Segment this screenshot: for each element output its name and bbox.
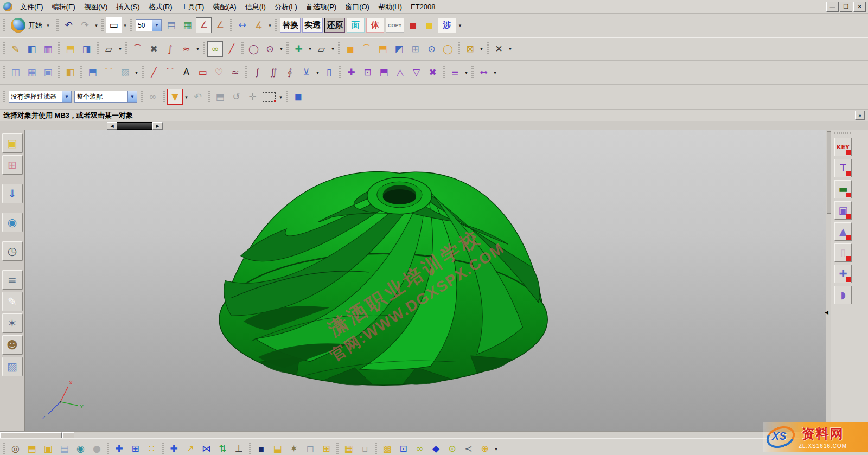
work-layer-combo-dropdown-button[interactable]: ▼ (152, 20, 161, 31)
bend-feature-icon[interactable]: ⌒ (359, 41, 374, 57)
layer-settings-icon[interactable]: ▤ (163, 17, 179, 33)
pan-scroll-thumb[interactable] (117, 122, 153, 130)
menu-file[interactable]: 文件(F) (16, 1, 48, 12)
sequence-steps-icon[interactable]: ▫ (357, 441, 373, 455)
menu-format[interactable]: 格式(R) (144, 1, 177, 12)
redo-icon[interactable]: ↷ (77, 17, 93, 33)
shape-boolean-icon[interactable]: ✚ (291, 41, 307, 57)
true-shading-button[interactable]: 实透 (302, 18, 323, 33)
menu-window[interactable]: 窗口(O) (341, 1, 374, 12)
red-cube-icon[interactable]: ◼ (405, 17, 421, 33)
resize-face-icon[interactable]: ▽ (409, 65, 424, 80)
menu-preferences[interactable]: 首选项(P) (302, 1, 341, 12)
text-curve-icon[interactable]: A (178, 65, 194, 80)
prompt-more-button[interactable]: » (855, 111, 865, 120)
pan-view-icon[interactable]: ✛ (245, 89, 260, 105)
rectangle-curve-icon[interactable]: ▭ (195, 65, 210, 80)
face-display-button[interactable]: 面 (347, 18, 365, 33)
clearance-check-icon[interactable]: ◻ (302, 441, 318, 455)
boss-feature-icon[interactable]: ⬒ (375, 41, 391, 57)
graphics-viewport[interactable]: XYZ 潇洒职业培训学校 官网:WWW.DGXSPX.COM (25, 130, 826, 431)
suppressed-component-icon[interactable]: ● (89, 441, 105, 455)
block-primitive-icon[interactable]: ◼ (342, 41, 358, 57)
pan-right-button[interactable]: ▶ (152, 122, 163, 130)
assembly-tools-icon[interactable]: ✶ (286, 441, 302, 455)
selection-scope-combo-dropdown-button[interactable]: ▼ (127, 91, 137, 102)
menu-information[interactable]: 信息(I) (241, 1, 270, 12)
offset-surface-icon[interactable]: ▨ (117, 65, 133, 80)
marquee-caret[interactable]: ▾ (278, 94, 284, 100)
move-component-icon[interactable]: ⇅ (215, 441, 231, 455)
body-display-button[interactable]: 体 (366, 18, 384, 33)
sketch-icon[interactable]: ✎ (8, 41, 23, 57)
snap-point-icon[interactable]: ▼ (167, 89, 183, 105)
dome-feature-icon[interactable]: ◯ (440, 41, 456, 57)
section-view-icon[interactable]: ◧ (24, 41, 40, 57)
she-macro-button[interactable]: 涉 (438, 18, 456, 33)
fillet-curve-icon[interactable]: ∫ (162, 41, 178, 57)
horizontal-scroll-button[interactable] (62, 432, 74, 438)
line-2pt-icon[interactable]: ╱ (224, 41, 239, 57)
dimension-xy-icon[interactable]: ✕ (491, 41, 507, 57)
cross-shaft-part[interactable]: ✚ (834, 265, 852, 283)
pocket-feature-icon[interactable]: ◩ (391, 41, 407, 57)
measure-body-caret[interactable]: ▾ (492, 70, 498, 75)
menu-assemblies[interactable]: 装配(A) (208, 1, 240, 12)
reposition-component-icon[interactable]: ↗ (182, 441, 198, 455)
assembly-caret[interactable]: ▾ (493, 446, 499, 452)
move-object-icon[interactable]: ✚ (343, 65, 359, 80)
tube-icon[interactable]: ▯ (321, 65, 337, 80)
resource-collapse-arrow[interactable]: ◀ (825, 309, 830, 316)
start-button[interactable]: 开始▾ (8, 17, 54, 33)
display-component-icon[interactable]: ▣ (40, 441, 56, 455)
roles-tab[interactable]: ☻ (2, 335, 23, 355)
datum-plane-icon[interactable]: ⬒ (62, 41, 78, 57)
copy-object-icon[interactable]: ⊡ (360, 65, 375, 80)
project-curve-icon[interactable]: ⊻ (298, 65, 314, 80)
link-info-icon[interactable]: ⊙ (444, 441, 460, 455)
menu-insert[interactable]: 插入(S) (112, 1, 144, 12)
ruled-surface-icon[interactable]: ◫ (8, 65, 23, 80)
chain-curves-icon[interactable]: ∞ (207, 41, 223, 57)
menu-edit[interactable]: 编辑(E) (48, 1, 80, 12)
elbow-part[interactable]: ◗ (834, 286, 852, 304)
bushing-part[interactable]: ▯ (834, 243, 852, 262)
close-button[interactable]: ✕ (853, 2, 866, 12)
mirror-assembly-icon[interactable]: ⋈ (199, 441, 214, 455)
drilled-block-part[interactable]: ▣ (834, 201, 852, 220)
section-curve-icon[interactable]: ∬ (266, 65, 282, 80)
materials-tab[interactable]: ≡ (2, 270, 23, 290)
assembly-navigator-tab[interactable]: ▣ (2, 133, 23, 153)
properties-caret[interactable]: ▾ (463, 70, 469, 75)
selection-filter-combo-dropdown-button[interactable]: ▼ (62, 91, 71, 102)
trim-curve-icon[interactable]: ⌒ (130, 41, 145, 57)
minimize-button[interactable]: — (826, 2, 839, 12)
redo-history-caret[interactable]: ▾ (93, 23, 99, 28)
menu-et2008[interactable]: ET2008 (406, 1, 440, 12)
rotate-view-icon[interactable]: ↺ (228, 89, 244, 105)
measure-caret[interactable]: ▾ (267, 23, 273, 28)
view-selector-caret[interactable]: ▾ (122, 23, 128, 28)
arc-curve-icon[interactable]: ⌒ (162, 65, 178, 80)
gallery-tab[interactable]: ▨ (2, 357, 23, 376)
measure-distance-icon[interactable]: ↔ (234, 17, 250, 33)
work-layer-combo[interactable]: 50▼ (136, 19, 162, 31)
shaded-view-icon[interactable]: ◼ (290, 89, 306, 105)
horizontal-scroll-thumb[interactable] (0, 432, 62, 438)
hole-feature-icon[interactable]: ⊙ (424, 41, 439, 57)
impeller-model[interactable]: XYZ (25, 130, 826, 429)
pad-feature-icon[interactable]: ⊞ (407, 41, 423, 57)
constraint-navigator-tab[interactable]: ⊞ (2, 155, 23, 175)
spline-pole-icon[interactable]: ∫ (250, 65, 265, 80)
undo-icon[interactable]: ↶ (61, 17, 76, 33)
interpart-link-gray-icon[interactable]: ∞ (145, 89, 161, 105)
edit-curve-icon[interactable]: ≈ (178, 41, 194, 57)
circle-caret[interactable]: ▾ (278, 46, 284, 52)
undo-selection-icon[interactable]: ↶ (190, 89, 206, 105)
sketch-plane-caret[interactable]: ▾ (117, 46, 123, 52)
bounded-plane-icon[interactable]: ▣ (40, 65, 56, 80)
menu-analysis[interactable]: 分析(L) (270, 1, 302, 12)
sketch-plane-icon[interactable]: ▱ (101, 41, 117, 57)
view-selector-box[interactable]: ▭ (106, 17, 122, 33)
oval-block-part[interactable]: ▬ (834, 180, 852, 198)
